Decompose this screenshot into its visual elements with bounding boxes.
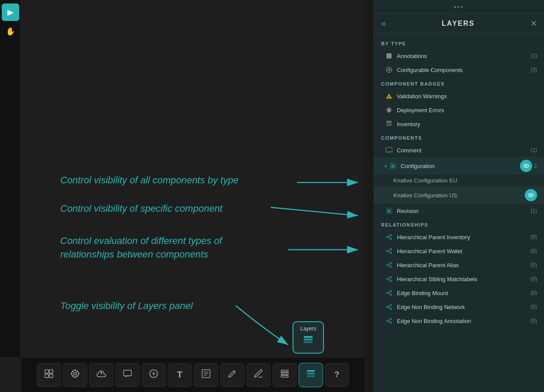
sticky-note-icon — [201, 368, 211, 381]
list-item[interactable]: Hierarchical Sibling Matchlabels (0) — [374, 272, 544, 286]
svg-point-49 — [530, 194, 532, 196]
revision-icon: K — [385, 206, 393, 215]
svg-point-73 — [390, 290, 392, 292]
comment-comp-icon — [385, 146, 393, 155]
hier-parent-alias-icon — [385, 261, 393, 269]
svg-point-78 — [390, 304, 392, 306]
svg-point-58 — [390, 248, 392, 250]
deployment-errors-label: Deployment Errors — [397, 107, 537, 113]
text-tool-button[interactable]: T — [168, 363, 192, 387]
panel-header: « LAYERS ✕ — [374, 14, 544, 33]
svg-text:!: ! — [389, 108, 390, 113]
panel-content: BY TYPE Annotations (1) Configurable Com… — [374, 33, 544, 392]
revision-item[interactable]: K Revision (1) — [374, 204, 544, 218]
comment-tool-button[interactable] — [115, 363, 140, 387]
svg-line-81 — [388, 307, 390, 308]
svg-point-53 — [390, 234, 392, 236]
svg-point-82 — [386, 320, 388, 322]
instruction-label-4: Toggle visibility of Layers panel — [60, 300, 193, 312]
list-item[interactable]: Knative Configuration EU — [374, 175, 544, 186]
edge-non-binding-network-count: (0) — [530, 304, 537, 310]
configuration-label: Configuration — [401, 163, 520, 169]
hier-sibling-label: Hierarchical Sibling Matchlabels — [397, 276, 527, 282]
hier-sibling-icon — [385, 275, 393, 283]
knative-us-eye-button[interactable] — [525, 189, 537, 201]
list-item[interactable]: Edge Binding Mount (0) — [374, 286, 544, 300]
list-item[interactable]: Hierarchical Parent Wallet (0) — [374, 244, 544, 258]
configuration-item[interactable]: ▾ K Configuration 2 — [374, 157, 544, 175]
layers-tooltip: Layers — [293, 321, 324, 354]
svg-rect-4 — [304, 341, 313, 343]
svg-rect-34 — [386, 53, 392, 58]
list-item[interactable]: Edge Non Binding Network (0) — [374, 300, 544, 314]
edge-binding-mount-icon — [385, 289, 393, 297]
revision-label: Revision — [397, 208, 527, 214]
svg-point-64 — [390, 266, 392, 268]
instruction-label-3: Control evaluation of different types of… — [60, 234, 257, 261]
annotations-count: (1) — [530, 53, 537, 59]
svg-line-66 — [388, 265, 390, 266]
svg-point-72 — [386, 292, 388, 294]
svg-rect-42 — [386, 121, 392, 122]
edge-non-binding-annotation-label: Edge Non Binding Annotation — [397, 318, 527, 324]
svg-rect-30 — [281, 375, 288, 377]
layers-icon — [306, 368, 316, 381]
helm-icon — [70, 368, 80, 381]
svg-rect-8 — [49, 370, 53, 373]
svg-point-62 — [386, 264, 388, 266]
panel-dots: ••• — [454, 3, 465, 10]
edit-tool-button[interactable] — [246, 363, 271, 387]
configuration-eye-button[interactable] — [520, 160, 532, 172]
configuration-count: 2 — [534, 163, 537, 169]
list-item[interactable]: Hierarchical Parent Alias (0) — [374, 258, 544, 272]
configuration-icon: K — [389, 162, 397, 170]
help-tool-button[interactable]: ? — [325, 363, 349, 387]
play-button[interactable]: ▶ — [2, 3, 19, 21]
list-item[interactable]: Edge Non Binding Annotation (0) — [374, 314, 544, 328]
svg-rect-31 — [307, 375, 315, 377]
svg-rect-21 — [124, 370, 131, 376]
inventory-icon — [385, 120, 393, 128]
svg-rect-32 — [307, 373, 315, 375]
pen-tool-button[interactable] — [220, 363, 244, 387]
cluster-tool-button[interactable] — [37, 363, 61, 387]
lock-tool-button[interactable] — [272, 363, 297, 387]
svg-point-23 — [152, 372, 155, 375]
layers-panel: ••• « LAYERS ✕ BY TYPE Annotations (1) — [374, 0, 544, 392]
comment-comp-count: (1) — [530, 147, 537, 153]
helm-tool-button[interactable] — [63, 363, 87, 387]
sticker-tool-button[interactable] — [141, 363, 166, 387]
panel-back-button[interactable]: « — [381, 18, 386, 28]
sticky-note-tool-button[interactable] — [194, 363, 218, 387]
svg-line-76 — [388, 293, 390, 294]
svg-rect-7 — [45, 370, 48, 373]
edge-non-binding-network-label: Edge Non Binding Network — [397, 304, 527, 310]
svg-line-20 — [76, 371, 78, 372]
edge-non-binding-annotation-count: (0) — [530, 318, 537, 324]
svg-rect-41 — [386, 124, 392, 126]
hier-parent-inventory-label: Hierarchical Parent Inventory — [397, 234, 527, 241]
list-item[interactable]: Inventory — [374, 117, 544, 131]
layers-tool-button[interactable] — [299, 363, 323, 387]
list-item[interactable]: ! Validation Warnings — [374, 89, 544, 103]
list-item[interactable]: Annotations (1) — [374, 49, 544, 63]
edit-icon — [253, 368, 264, 381]
panel-topbar: ••• — [374, 0, 544, 14]
panel-close-button[interactable]: ✕ — [530, 19, 537, 28]
edge-binding-mount-label: Edge Binding Mount — [397, 290, 527, 296]
svg-rect-28 — [281, 370, 288, 372]
list-item[interactable]: Configurable Components (3) — [374, 63, 544, 77]
knative-us-item[interactable]: Knative Configuration US — [374, 186, 544, 204]
svg-line-2 — [271, 207, 358, 216]
svg-rect-33 — [307, 370, 315, 372]
revision-count: (1) — [530, 208, 537, 214]
svg-text:K: K — [392, 164, 395, 168]
cloud-tool-button[interactable] — [89, 363, 114, 387]
hand-tool-button[interactable]: ✋ — [2, 23, 19, 40]
list-item[interactable]: Comment (1) — [374, 143, 544, 157]
hier-parent-wallet-icon — [385, 247, 393, 255]
list-item[interactable]: Hierarchical Parent Inventory (0) — [374, 230, 544, 244]
list-item[interactable]: ! Deployment Errors — [374, 103, 544, 117]
section-relationships: RELATIONSHIPS — [374, 218, 544, 230]
svg-point-67 — [386, 278, 388, 280]
